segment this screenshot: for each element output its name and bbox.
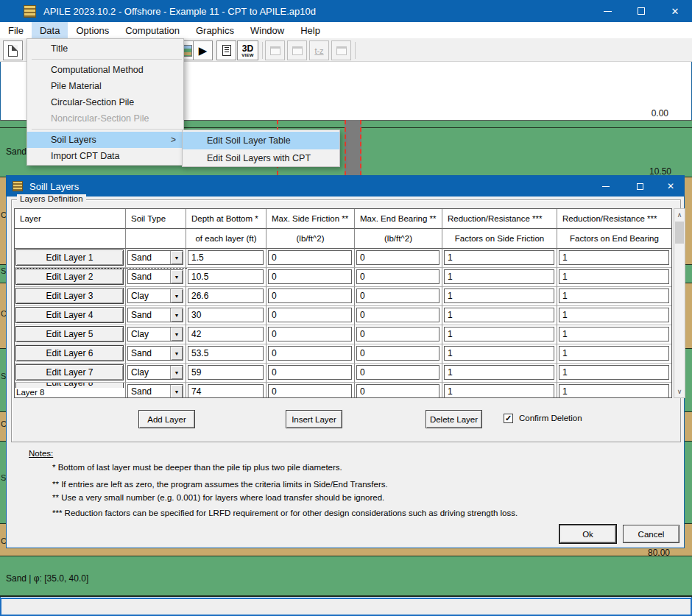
dropdown-arrow-icon[interactable]: ▼ [170,270,183,283]
reduction-side-field[interactable]: 1 [444,384,554,398]
soil-type-select[interactable]: Clay▼ [127,327,183,341]
reduction-end-field[interactable]: 1 [559,365,669,380]
soil-type-select[interactable]: Sand▼ [127,269,183,284]
reduction-side-field[interactable]: 1 [444,365,554,380]
edit-layer-6-button[interactable]: Edit Layer 6 [15,345,124,361]
edit-layer-7-button[interactable]: Edit Layer 7 [15,364,124,380]
max-side-friction-field[interactable]: 0 [268,288,352,303]
edit-layer-3-button[interactable]: Edit Layer 3 [15,288,124,304]
depth-field[interactable]: 30 [188,308,264,322]
cancel-button[interactable]: Cancel [623,525,679,543]
max-side-friction-field[interactable]: 0 [268,308,352,322]
max-side-friction-field[interactable]: 0 [268,269,352,284]
confirm-deletion-checkbox[interactable]: ✓ [504,414,513,423]
reduction-end-field[interactable]: 1 [559,327,669,341]
maximize-button[interactable] [624,0,658,22]
max-end-bearing-field[interactable]: 0 [356,384,439,398]
depth-field[interactable]: 10.5 [188,269,264,284]
max-end-bearing-field[interactable]: 0 [356,308,439,322]
minimize-button[interactable] [590,0,624,22]
menu-item-circular-section-pile[interactable]: Circular-Section Pile [27,94,183,110]
reduction-side-field[interactable]: 1 [444,346,554,361]
depth-field[interactable]: 74 [188,384,264,398]
menu-item-import-cpt-data[interactable]: Import CPT Data [27,148,183,164]
depth-field[interactable]: 53.5 [188,346,264,361]
delete-layer-button[interactable]: Delete Layer [426,410,482,428]
max-side-friction-field[interactable]: 0 [268,365,352,380]
dropdown-arrow-icon[interactable]: ▼ [170,385,183,398]
soil-type-select[interactable]: Clay▼ [127,365,183,380]
max-end-bearing-field[interactable]: 0 [356,327,439,341]
reduction-end-field[interactable]: 1 [559,288,669,303]
reduction-side-field[interactable]: 1 [444,308,554,322]
run-analysis-button[interactable]: ▶ [193,40,213,60]
view-3d-button[interactable]: 3DVIEW [237,40,258,60]
menu-computation[interactable]: Computation [117,22,188,38]
max-end-bearing-field[interactable]: 0 [356,269,439,284]
menu-window[interactable]: Window [242,22,292,38]
menu-item-computational-method[interactable]: Computational Method [27,62,183,78]
menu-item-soil-layers[interactable]: Soil Layers > [27,132,183,148]
soil-type-select[interactable]: Sand▼ [127,384,183,398]
reduction-end-field[interactable]: 1 [559,308,669,322]
scroll-up-arrow-icon[interactable]: ∧ [674,209,685,221]
dialog-minimize-button[interactable] [591,176,621,197]
menu-item-edit-soil-layers-with-cpt[interactable]: Edit Soil Layers with CPT [183,149,339,167]
dialog-close-button[interactable]: ✕ [656,176,685,197]
max-end-bearing-field[interactable]: 0 [356,288,439,303]
dialog-maximize-button[interactable] [625,176,654,197]
report-button[interactable] [216,40,236,60]
max-side-friction-field[interactable]: 0 [268,384,352,398]
insert-layer-button[interactable]: Insert Layer [286,410,342,428]
reduction-side-field[interactable]: 1 [444,250,554,265]
edit-layer-8-button[interactable]: Edit Layer 8 [15,383,124,388]
menu-options[interactable]: Options [68,22,117,38]
edit-layer-1-button[interactable]: Edit Layer 1 [15,249,124,266]
max-end-bearing-field[interactable]: 0 [356,346,439,361]
menu-help[interactable]: Help [292,22,328,38]
close-button[interactable]: ✕ [658,0,692,22]
plot-frame-icon [292,46,303,55]
soil-type-select[interactable]: Sand▼ [127,346,183,361]
dropdown-arrow-icon[interactable]: ▼ [170,328,183,341]
menu-item-title[interactable]: Title [27,40,183,57]
max-end-bearing-field[interactable]: 0 [356,365,439,380]
max-side-friction-field[interactable]: 0 [268,327,352,341]
scrollbar-thumb[interactable] [675,222,684,244]
new-file-button[interactable] [3,40,23,60]
dropdown-arrow-icon[interactable]: ▼ [170,289,183,302]
reduction-side-field[interactable]: 1 [444,269,554,284]
reduction-end-field[interactable]: 1 [559,346,669,361]
edit-layer-2-button[interactable]: Edit Layer 2 [15,269,124,285]
max-side-friction-field[interactable]: 0 [268,250,352,265]
max-side-friction-field[interactable]: 0 [268,346,352,361]
dropdown-arrow-icon[interactable]: ▼ [170,347,183,360]
reduction-end-field[interactable]: 1 [559,384,669,398]
edit-layer-4-button[interactable]: Edit Layer 4 [15,307,124,323]
menu-item-pile-material[interactable]: Pile Material [27,78,183,94]
menu-data[interactable]: Data [32,22,68,38]
ok-button[interactable]: Ok [559,525,616,543]
soil-type-select[interactable]: Clay▼ [127,288,183,303]
depth-field[interactable]: 26.6 [188,288,264,303]
menu-item-edit-soil-layer-table[interactable]: Edit Soil Layer Table [183,132,339,149]
max-end-bearing-field[interactable]: 0 [356,250,439,265]
soil-type-select[interactable]: Sand▼ [127,250,183,265]
reduction-side-field[interactable]: 1 [444,327,554,341]
menu-file[interactable]: File [0,22,32,38]
reduction-end-field[interactable]: 1 [559,269,669,284]
reduction-end-field[interactable]: 1 [559,250,669,265]
dropdown-arrow-icon[interactable]: ▼ [170,308,183,322]
depth-field[interactable]: 59 [188,365,264,380]
depth-field[interactable]: 42 [188,327,264,341]
edit-layer-5-button[interactable]: Edit Layer 5 [15,326,124,342]
scroll-down-arrow-icon[interactable]: ∨ [674,386,685,397]
depth-field[interactable]: 1.5 [188,250,264,265]
soil-type-select[interactable]: Sand▼ [127,308,183,322]
menu-graphics[interactable]: Graphics [188,22,242,38]
table-scrollbar[interactable]: ∧ ∨ [674,208,685,398]
dropdown-arrow-icon[interactable]: ▼ [170,366,183,379]
add-layer-button[interactable]: Add Layer [138,410,195,428]
reduction-side-field[interactable]: 1 [444,288,554,303]
dropdown-arrow-icon[interactable]: ▼ [170,251,183,264]
